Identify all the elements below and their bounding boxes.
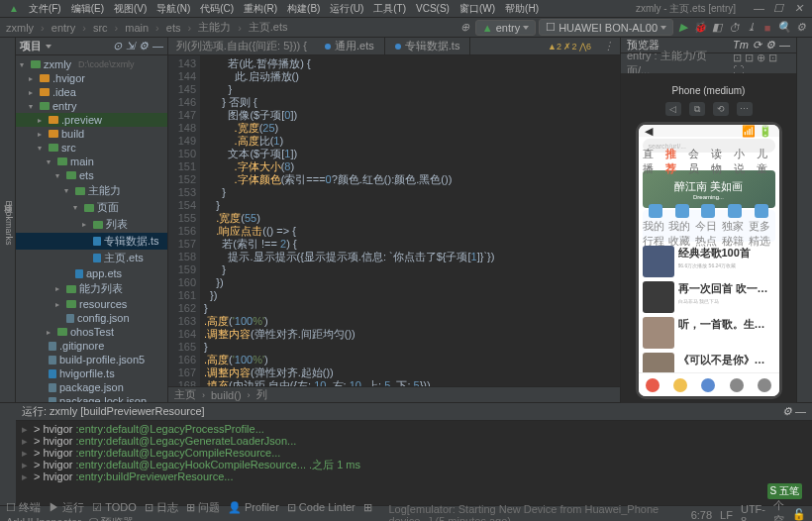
- tree-node[interactable]: ▸ohosTest: [16, 325, 167, 339]
- prev-refresh-icon[interactable]: ⟳: [753, 39, 761, 52]
- device-dropdown[interactable]: ☐HUAWEI BON-AL00: [539, 19, 673, 36]
- ph-tab-1[interactable]: 推荐: [665, 147, 683, 176]
- right-tool-strip[interactable]: [796, 38, 812, 402]
- phone-copy-icon[interactable]: ⧉: [689, 102, 705, 116]
- select-open-icon[interactable]: ⊙: [113, 40, 122, 52]
- minimize-icon[interactable]: —: [754, 2, 763, 15]
- structure-crumb-2[interactable]: 列: [256, 387, 267, 402]
- tree-node[interactable]: ▾ets: [16, 168, 167, 182]
- tree-node[interactable]: .gitignore: [16, 339, 167, 353]
- attach-icon[interactable]: ⤓: [744, 21, 758, 35]
- menu-tools[interactable]: 工具(T): [368, 2, 411, 16]
- phone-list-item[interactable]: 再一次回首 吹一晚晚风 每晚一首私藏歌曲 晚安 晚风白马非马 我已下马: [643, 281, 775, 313]
- crumb-src[interactable]: src: [91, 22, 110, 34]
- phone-search[interactable]: search/url/...: [643, 139, 775, 153]
- status-tool[interactable]: ☑ TODO: [92, 501, 137, 513]
- ph-tab-5[interactable]: 儿童: [757, 147, 774, 176]
- status-tool[interactable]: ☐ 终端: [6, 501, 41, 513]
- phone-category[interactable]: 更多精选: [749, 204, 775, 249]
- lock-icon[interactable]: 🔓: [792, 508, 806, 521]
- tree-node[interactable]: package-lock.json: [16, 394, 167, 402]
- phone-nav-icon[interactable]: [701, 378, 715, 392]
- tree-node[interactable]: ▾main: [16, 155, 167, 168]
- ph-tab-2[interactable]: 会员: [688, 147, 706, 176]
- phone-category[interactable]: 独家秘籍: [722, 204, 749, 249]
- tree-node[interactable]: build-profile.json5: [16, 353, 167, 366]
- run-panel-hide-icon[interactable]: —: [795, 405, 806, 417]
- crumb-main[interactable]: main: [123, 22, 151, 34]
- menu-nav[interactable]: 导航(N): [152, 2, 195, 16]
- coverage-icon[interactable]: ◧: [710, 21, 724, 35]
- project-mode-dropdown[interactable]: [46, 45, 51, 49]
- tree-node[interactable]: 专辑数据.ts: [16, 233, 167, 250]
- menu-file[interactable]: 文件(F): [24, 2, 66, 16]
- structure-crumb-0[interactable]: 主页: [174, 387, 196, 402]
- menu-help[interactable]: 帮助(H): [500, 2, 544, 16]
- phone-category[interactable]: 今日热点: [695, 204, 722, 249]
- debug-icon[interactable]: 🐞: [693, 21, 707, 35]
- crumb-entry[interactable]: entry: [50, 22, 77, 34]
- tree-node[interactable]: ▾页面: [16, 199, 167, 216]
- phone-list-item[interactable]: 听，一首歌。生活就是最新《后会无期》的过程: [643, 317, 775, 349]
- menu-refactor[interactable]: 重构(R): [239, 2, 282, 16]
- status-tool[interactable]: ⊡ 日志: [145, 501, 178, 513]
- ph-tab-4[interactable]: 小说: [734, 147, 752, 176]
- collapse-icon[interactable]: ⚙: [139, 40, 149, 52]
- tree-node[interactable]: app.ets: [16, 266, 167, 280]
- status-tool[interactable]: ▶ 运行: [49, 501, 84, 513]
- menu-view[interactable]: 视图(V): [109, 2, 152, 16]
- tree-node[interactable]: ▾src: [16, 141, 167, 155]
- tree-node[interactable]: ▾主能力: [16, 182, 167, 199]
- menu-vcs[interactable]: VCS(S): [411, 3, 455, 14]
- prev-hide-icon[interactable]: —: [779, 39, 790, 52]
- phone-rotate-icon[interactable]: ⟲: [713, 102, 729, 116]
- tree-node[interactable]: ▸.hvigor: [16, 71, 167, 85]
- tree-node[interactable]: ▸能力列表: [16, 280, 167, 297]
- tree-node[interactable]: hvigorfile.ts: [16, 366, 167, 380]
- run-icon[interactable]: ▶: [676, 21, 690, 35]
- run-panel-gear-icon[interactable]: ⚙: [782, 405, 792, 417]
- tree-node[interactable]: ▸.preview: [16, 113, 167, 127]
- crumb-project[interactable]: zxmly: [4, 22, 36, 34]
- prev-font-icon[interactable]: Tт: [733, 39, 749, 52]
- maximize-icon[interactable]: ☐: [773, 2, 783, 15]
- phone-more-icon[interactable]: ⋯: [737, 102, 753, 116]
- phone-banner[interactable]: 醉江南 美如画 Dreaming...: [643, 170, 775, 208]
- menu-code[interactable]: 代码(C): [195, 2, 239, 16]
- prev-gear-icon[interactable]: ⚙: [765, 39, 775, 52]
- editor-inspect-status[interactable]: ▲2 ✗2 ⋀6: [542, 42, 597, 52]
- editor-more-icon[interactable]: ⋮: [597, 40, 620, 52]
- tab-tongyong[interactable]: 通用.ets: [315, 38, 385, 54]
- phone-list-item[interactable]: 经典老歌100首86.6万次播放 56.24万收藏: [643, 246, 775, 277]
- module-dropdown[interactable]: ▲entry: [475, 20, 536, 36]
- phone-back-icon[interactable]: ◁: [665, 102, 681, 116]
- ime-indicator[interactable]: S 五笔: [767, 483, 802, 499]
- tree-node[interactable]: ▾entry: [16, 99, 167, 113]
- caret-pos[interactable]: 6:78: [691, 509, 712, 521]
- menu-build[interactable]: 构建(B): [282, 2, 325, 16]
- tree-node[interactable]: ▸列表: [16, 216, 167, 233]
- hide-icon[interactable]: —: [152, 40, 163, 52]
- crumb-file[interactable]: 主页.ets: [247, 20, 290, 35]
- crumb-ets[interactable]: ets: [164, 22, 183, 34]
- status-tool[interactable]: ⛁ 预览器: [89, 516, 134, 522]
- crumb-dir[interactable]: 主能力: [196, 20, 233, 35]
- ph-tab-3[interactable]: 读物: [711, 147, 729, 176]
- search-icon[interactable]: 🔍: [777, 21, 791, 35]
- phone-nav-icon[interactable]: [758, 378, 771, 392]
- encoding[interactable]: UTF-8: [741, 503, 765, 522]
- expand-icon[interactable]: ⇲: [126, 40, 135, 52]
- left-tool-strip[interactable]: 项目 Bookmarks: [0, 38, 16, 402]
- structure-crumb-1[interactable]: build(): [211, 389, 242, 401]
- phone-nav-icon[interactable]: [730, 378, 744, 392]
- tree-node[interactable]: ▸.idea: [16, 85, 167, 99]
- tree-node[interactable]: ▸build: [16, 127, 167, 141]
- tree-node[interactable]: package.json: [16, 380, 167, 394]
- phone-nav-icon[interactable]: [646, 378, 660, 392]
- tree-node[interactable]: config.json: [16, 311, 167, 325]
- menu-edit[interactable]: 编辑(E): [66, 2, 109, 16]
- status-tool[interactable]: ⊞ 问题: [186, 501, 220, 513]
- line-sep[interactable]: LF: [720, 509, 733, 521]
- close-icon[interactable]: ✕: [793, 2, 803, 15]
- target-icon[interactable]: ⊕: [458, 21, 472, 35]
